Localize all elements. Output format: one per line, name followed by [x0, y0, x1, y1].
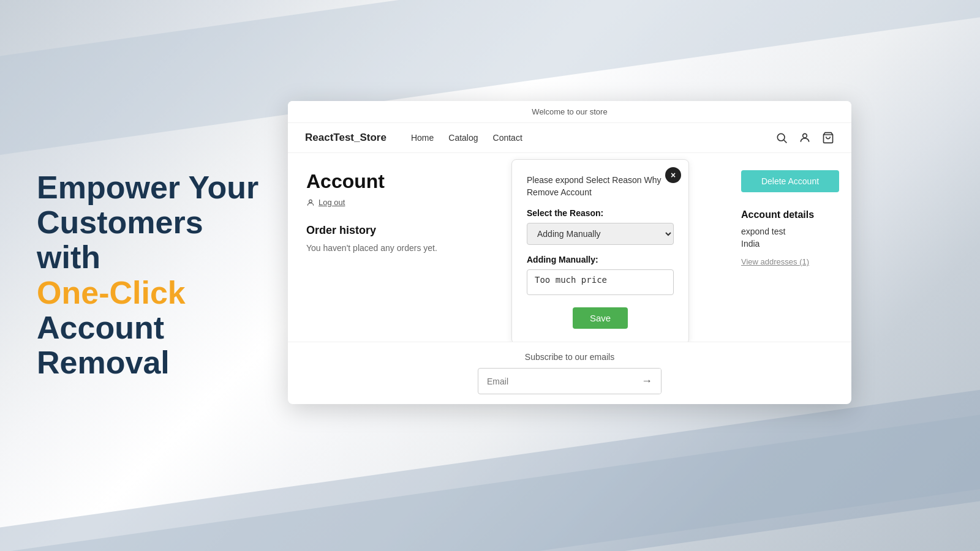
reason-select[interactable]: Adding Manually Too Expensive Bad Experi… [527, 223, 674, 245]
logout-link[interactable]: Log out [306, 198, 453, 207]
marketing-line5: Removal [37, 345, 170, 380]
email-form: → [478, 368, 662, 394]
no-orders-text: You haven't placed any orders yet. [306, 243, 453, 253]
subscribe-title: Subscribe to our emails [525, 352, 614, 362]
reason-modal: × Please expond Select Reason Why Remove… [511, 159, 689, 342]
logout-label: Log out [318, 198, 345, 207]
svg-point-4 [309, 200, 312, 203]
account-title: Account [306, 170, 453, 193]
select-reason-label: Select the Reason: [527, 208, 674, 218]
marketing-section: Empower Your Customers with One-Click Ac… [37, 170, 270, 380]
marketing-line3: One-Click [37, 275, 186, 310]
reason-textarea[interactable]: Too much price [527, 269, 674, 295]
email-submit-button[interactable]: → [633, 369, 661, 394]
account-details-title: Account details [741, 209, 839, 220]
cart-icon[interactable] [822, 132, 834, 144]
email-input[interactable] [478, 370, 633, 392]
nav-link-contact[interactable]: Contact [493, 133, 522, 143]
welcome-text: Welcome to our store [532, 107, 607, 116]
nav-icons [775, 132, 834, 144]
store-footer: Subscribe to our emails → [288, 342, 851, 404]
marketing-line1: Empower Your [37, 170, 258, 205]
account-icon[interactable] [799, 132, 811, 144]
modal-area: × Please expond Select Reason Why Remove… [472, 153, 729, 342]
search-icon[interactable] [775, 132, 788, 144]
marketing-line2: Customers with [37, 205, 203, 276]
store-window: Welcome to our store ReactTest_Store Hom… [288, 101, 851, 404]
marketing-line4: Account [37, 310, 164, 345]
nav-link-catalog[interactable]: Catalog [448, 133, 478, 143]
save-button[interactable]: Save [573, 307, 628, 329]
marketing-title: Empower Your Customers with One-Click Ac… [37, 170, 270, 380]
svg-point-2 [803, 133, 807, 138]
modal-title: Please expond Select Reason Why Remove A… [527, 174, 674, 198]
delete-account-button[interactable]: Delete Account [741, 170, 839, 192]
account-column: Account Log out Order history You haven'… [288, 153, 472, 342]
nav-link-home[interactable]: Home [411, 133, 434, 143]
view-addresses-link[interactable]: View addresses (1) [741, 257, 809, 266]
store-logo: ReactTest_Store [305, 132, 386, 144]
store-topbar: Welcome to our store [288, 101, 851, 123]
account-country: India [741, 239, 839, 249]
svg-line-1 [784, 140, 787, 143]
store-nav: ReactTest_Store Home Catalog Contact [288, 123, 851, 153]
modal-close-button[interactable]: × [665, 167, 681, 183]
order-history-title: Order history [306, 224, 453, 237]
svg-point-0 [777, 133, 785, 141]
account-name: expond test [741, 227, 839, 236]
person-icon [306, 198, 315, 207]
textarea-label: Adding Manually: [527, 255, 674, 264]
nav-links: Home Catalog Contact [411, 133, 775, 143]
account-details-column: Delete Account Account details expond te… [729, 153, 851, 342]
store-body: Account Log out Order history You haven'… [288, 153, 851, 342]
